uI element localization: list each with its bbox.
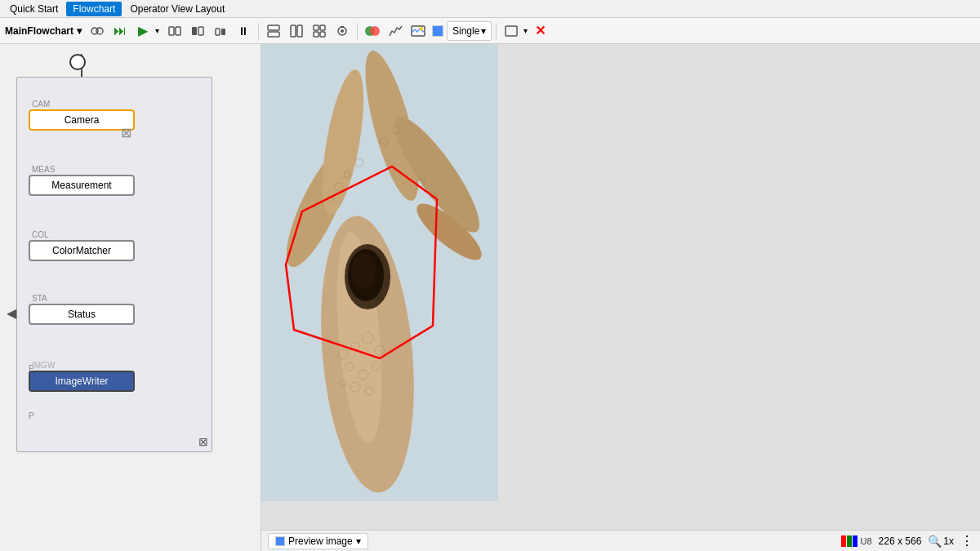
- svg-point-22: [420, 27, 423, 30]
- dimensions-label: 226 x 566: [879, 535, 922, 547]
- svg-rect-8: [268, 25, 279, 30]
- image-canvas: [261, 44, 980, 530]
- run-btn[interactable]: ▶: [132, 20, 154, 42]
- svg-rect-23: [506, 26, 517, 36]
- chart-btn[interactable]: [385, 20, 406, 42]
- channel-icon: [841, 535, 858, 547]
- svg-rect-18: [341, 26, 344, 28]
- menu-quick-start[interactable]: Quick Start: [3, 2, 65, 16]
- flowchart-canvas: Loop ⊠ ◀ CAM Camera ⊠ MEAS Measurement C: [0, 44, 261, 551]
- meas-tag: MEAS: [32, 165, 55, 174]
- imgw-label: ImageWriter: [55, 375, 108, 387]
- svg-point-17: [341, 29, 344, 33]
- rect-tool-btn[interactable]: [501, 20, 522, 42]
- camera-label: Camera: [65, 114, 100, 126]
- status-right: U8 226 x 566 🔍 1x ⋮: [841, 533, 973, 549]
- col-label: ColorMatcher: [52, 245, 111, 256]
- chicken-image: [261, 44, 498, 501]
- svg-rect-12: [314, 25, 318, 30]
- camera-tag: CAM: [32, 100, 50, 109]
- svg-rect-15: [320, 32, 325, 37]
- menu-bar: Quick Start Flowchart Operator View Layo…: [0, 0, 980, 18]
- step-in-btn[interactable]: [164, 20, 185, 42]
- snapshot-btn[interactable]: [332, 20, 353, 42]
- sep3: [496, 23, 497, 39]
- step-out-btn[interactable]: [187, 20, 208, 42]
- flowchart-panel: Loop ⊠ ◀ CAM Camera ⊠ MEAS Measurement C: [0, 44, 261, 551]
- layout-btn1[interactable]: [263, 20, 284, 42]
- svg-rect-4: [192, 27, 197, 35]
- channel-b: [853, 535, 858, 547]
- svg-rect-10: [291, 25, 296, 37]
- viewer-background: [498, 44, 980, 530]
- p-label-2: P: [29, 411, 34, 420]
- zoom-icon[interactable]: 🔍: [928, 535, 942, 548]
- zoom-label: 1x: [943, 535, 954, 547]
- flowchart-name-label: MainFlowchart ▾: [5, 25, 82, 37]
- zoom-control: 🔍 1x: [928, 535, 954, 548]
- main-area: Loop ⊠ ◀ CAM Camera ⊠ MEAS Measurement C: [0, 44, 980, 551]
- flowchart-name-text: MainFlowchart: [5, 25, 74, 37]
- color-btn[interactable]: [362, 20, 383, 42]
- step-forward-btn[interactable]: ⏭: [109, 20, 131, 42]
- col-tag: COL: [32, 230, 49, 239]
- status-bar: Preview image ▾ U8 226 x 566 🔍 1x: [261, 530, 980, 551]
- status-node[interactable]: STA Status: [29, 304, 135, 325]
- channel-badge: U8: [841, 535, 872, 547]
- menu-operator-view[interactable]: Operator View Layout: [123, 2, 231, 16]
- camera-node[interactable]: CAM Camera ⊠: [29, 109, 135, 131]
- annotation-overlay: [261, 44, 498, 501]
- menu-flowchart[interactable]: Flowchart: [66, 2, 122, 16]
- sep2: [357, 23, 358, 39]
- imagewriter-node[interactable]: IMGW ImageWriter: [29, 371, 135, 392]
- preview-color-swatch: [275, 536, 285, 546]
- svg-rect-13: [320, 25, 325, 30]
- side-arrow[interactable]: ◀: [7, 305, 16, 321]
- preview-label: Preview image: [288, 535, 353, 547]
- svg-rect-11: [297, 25, 302, 37]
- layout-btn2[interactable]: [286, 20, 307, 42]
- sta-label: Status: [68, 309, 96, 320]
- sta-tag: STA: [32, 294, 47, 303]
- svg-point-1: [96, 28, 103, 34]
- flowchart-dropdown-icon[interactable]: ▾: [77, 25, 82, 37]
- run-dropdown-arrow[interactable]: ▾: [155, 26, 159, 35]
- toolbar: MainFlowchart ▾ ⏭ ▶ ▾ ⏸: [0, 18, 980, 44]
- svg-rect-6: [216, 29, 220, 35]
- svg-rect-7: [221, 29, 225, 35]
- camera-collapse[interactable]: ⊠: [121, 125, 131, 140]
- more-options-icon[interactable]: ⋮: [960, 533, 973, 549]
- link-btn[interactable]: [87, 20, 108, 42]
- single-dropdown[interactable]: Single ▾: [447, 21, 492, 41]
- delete-btn[interactable]: ✕: [529, 20, 550, 42]
- svg-rect-14: [314, 32, 318, 37]
- svg-point-20: [370, 26, 380, 36]
- rect-dropdown-arrow[interactable]: ▾: [523, 26, 528, 35]
- preview-dropdown-icon[interactable]: ▾: [356, 535, 361, 547]
- channel-label: U8: [861, 536, 872, 546]
- svg-rect-5: [198, 27, 203, 35]
- color-swatch[interactable]: [432, 25, 443, 37]
- meas-label: Measurement: [51, 180, 111, 191]
- channel-r: [841, 535, 846, 547]
- svg-marker-67: [286, 167, 437, 358]
- image-btn[interactable]: [408, 20, 429, 42]
- pause-btn[interactable]: ⏸: [233, 20, 254, 42]
- measurement-node[interactable]: MEAS Measurement: [29, 175, 135, 196]
- single-dropdown-arrow: ▾: [481, 25, 486, 37]
- step-over-btn[interactable]: [210, 20, 231, 42]
- loop-collapse-icon[interactable]: ⊠: [198, 435, 208, 448]
- colormatcher-node[interactable]: COL ColorMatcher: [29, 240, 135, 261]
- svg-rect-2: [169, 27, 174, 35]
- svg-rect-3: [176, 27, 180, 35]
- preview-image-btn[interactable]: Preview image ▾: [268, 533, 368, 549]
- image-viewer: Preview image ▾ U8 226 x 566 🔍 1x: [261, 44, 980, 551]
- start-node: [69, 54, 86, 70]
- imgw-tag: IMGW: [32, 361, 55, 370]
- channel-g: [847, 535, 852, 547]
- svg-rect-9: [268, 32, 279, 37]
- sep1: [258, 23, 259, 39]
- layout-btn3[interactable]: [309, 20, 330, 42]
- loop-box: ⊠: [16, 77, 212, 452]
- single-label: Single: [452, 25, 479, 37]
